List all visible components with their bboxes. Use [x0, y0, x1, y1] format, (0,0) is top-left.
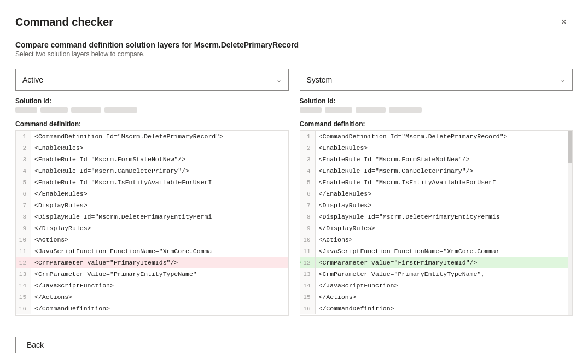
- subtitle-desc: Select two solution layers below to comp…: [15, 50, 573, 58]
- line-number: 10: [300, 234, 316, 245]
- left-solution-id-bar: [15, 107, 289, 113]
- table-row: 3 <EnableRule Id="Mscrm.FormStateNotNew"…: [16, 154, 288, 165]
- table-row: 7 <DisplayRules>: [16, 199, 288, 211]
- line-content: <EnableRule Id="Mscrm.CanDeletePrimary"/…: [316, 165, 573, 177]
- table-row: 2 <EnableRules>: [300, 142, 573, 154]
- subtitle: Compare command definition solution laye…: [15, 40, 573, 49]
- line-content: </CommandDefinition>: [31, 303, 288, 314]
- table-row: 6 </EnableRules>: [16, 188, 288, 199]
- solution-row: Solution Id: Solution Id:: [15, 97, 573, 113]
- solution-id-block: [15, 107, 37, 113]
- line-number: 15: [16, 291, 31, 303]
- table-row: +12 <CrmParameter Value="FirstPrimaryIte…: [300, 257, 573, 268]
- table-row: 15 </Actions>: [16, 291, 288, 303]
- diff-marker: +: [300, 259, 304, 267]
- left-code-block[interactable]: 1<CommandDefinition Id="Mscrm.DeletePrim…: [15, 130, 289, 316]
- line-content: </DisplayRules>: [316, 222, 573, 234]
- right-dropdown[interactable]: System ⌄: [300, 69, 573, 91]
- table-row: 5 <EnableRule Id="Mscrm.IsEntityAvailabl…: [16, 177, 288, 188]
- table-row: 16</CommandDefinition>: [16, 303, 288, 314]
- left-dropdown-wrap: Active ⌄: [15, 69, 289, 91]
- right-cmd-label: Command definition:: [300, 120, 573, 128]
- line-number: 2: [16, 142, 31, 154]
- left-dropdown[interactable]: Active ⌄: [15, 69, 289, 91]
- scrollbar-track[interactable]: [568, 131, 572, 315]
- line-content: </Actions>: [316, 291, 573, 303]
- table-row: 9 </DisplayRules>: [300, 222, 573, 234]
- line-number: 9: [16, 222, 31, 234]
- left-solution-label: Solution Id:: [15, 97, 289, 105]
- line-content: <CrmParameter Value="PrimaryEntityTypeNa…: [31, 268, 288, 280]
- back-button[interactable]: Back: [15, 337, 55, 353]
- line-content: <JavaScriptFunction FunctionName="XrmCor…: [316, 245, 573, 257]
- solution-id-block: [71, 107, 101, 113]
- right-code-block[interactable]: 1<CommandDefinition Id="Mscrm.DeletePrim…: [300, 130, 573, 316]
- table-row: 4 <EnableRule Id="Mscrm.CanDeletePrimary…: [16, 165, 288, 177]
- cmd-def-row: Command definition: 1<CommandDefinition …: [15, 120, 573, 324]
- line-content: </CommandDefinition>: [316, 303, 573, 314]
- solution-id-block: [40, 107, 68, 113]
- line-content: <Actions>: [31, 234, 288, 245]
- line-number: 3: [16, 154, 31, 165]
- line-content: <EnableRule Id="Mscrm.FormStateNotNew"/>: [31, 154, 288, 165]
- table-row: 1<CommandDefinition Id="Mscrm.DeletePrim…: [16, 131, 288, 142]
- line-content: <EnableRules>: [316, 142, 573, 154]
- line-content: <CommandDefinition Id="Mscrm.DeletePrima…: [316, 131, 573, 142]
- table-row: 1<CommandDefinition Id="Mscrm.DeletePrim…: [300, 131, 573, 142]
- table-row: -12 <CrmParameter Value="PrimaryItemIds"…: [16, 257, 288, 268]
- line-content: <EnableRule Id="Mscrm.FormStateNotNew"/>: [316, 154, 573, 165]
- line-number: 1: [16, 131, 31, 142]
- line-number: 9: [300, 222, 316, 234]
- left-dropdown-value: Active: [22, 75, 43, 84]
- line-content: <EnableRule Id="Mscrm.CanDeletePrimary"/…: [31, 165, 288, 177]
- table-row: 5 <EnableRule Id="Mscrm.IsEntityAvailabl…: [300, 177, 573, 188]
- table-row: 14 </JavaScriptFunction>: [300, 280, 573, 291]
- table-row: 4 <EnableRule Id="Mscrm.CanDeletePrimary…: [300, 165, 573, 177]
- line-number: 13: [16, 268, 31, 280]
- solution-id-block: [356, 107, 386, 113]
- line-content: </Actions>: [31, 291, 288, 303]
- line-number: 3: [300, 154, 316, 165]
- table-row: 13 <CrmParameter Value="PrimaryEntityTyp…: [16, 268, 288, 280]
- line-content: </DisplayRules>: [31, 222, 288, 234]
- right-solution-label: Solution Id:: [300, 97, 573, 105]
- line-content: <CommandDefinition Id="Mscrm.DeletePrima…: [31, 131, 288, 142]
- line-content: <Actions>: [316, 234, 573, 245]
- table-row: 15 </Actions>: [300, 291, 573, 303]
- table-row: 8 <DisplayRule Id="Mscrm.DeletePrimaryEn…: [300, 211, 573, 222]
- footer: Back: [15, 332, 573, 353]
- line-number: 6: [16, 188, 31, 199]
- left-solution-col: Solution Id:: [15, 97, 289, 113]
- right-solution-col: Solution Id:: [300, 97, 573, 113]
- line-number: 10: [16, 234, 31, 245]
- line-number: 16: [16, 303, 31, 314]
- line-number: 11: [300, 245, 316, 257]
- solution-id-block: [104, 107, 137, 113]
- table-row: 10 <Actions>: [300, 234, 573, 245]
- line-content: </JavaScriptFunction>: [316, 280, 573, 291]
- line-number: 16: [300, 303, 316, 314]
- line-content: <DisplayRule Id="Mscrm.DeletePrimaryEnti…: [31, 211, 288, 222]
- dropdowns-row: Active ⌄ System ⌄: [15, 69, 573, 91]
- right-dropdown-wrap: System ⌄: [300, 69, 573, 91]
- right-solution-id-bar: [300, 107, 573, 113]
- line-content: <DisplayRule Id="Mscrm.DeletePrimaryEnti…: [316, 211, 573, 222]
- line-number: -12: [16, 257, 31, 268]
- line-number: 14: [16, 280, 31, 291]
- table-row: 13 <CrmParameter Value="PrimaryEntityTyp…: [300, 268, 573, 280]
- close-button[interactable]: ×: [555, 13, 573, 31]
- line-number: 7: [300, 199, 316, 211]
- left-dropdown-chevron: ⌄: [276, 76, 282, 84]
- line-content: <CrmParameter Value="PrimaryEntityTypeNa…: [316, 268, 573, 280]
- solution-id-block: [389, 107, 422, 113]
- scrollbar-thumb[interactable]: [568, 131, 572, 163]
- table-row: 16</CommandDefinition>: [300, 303, 573, 314]
- table-row: 3 <EnableRule Id="Mscrm.FormStateNotNew"…: [300, 154, 573, 165]
- line-content: </EnableRules>: [316, 188, 573, 199]
- line-content: <EnableRule Id="Mscrm.IsEntityAvailableF…: [316, 177, 573, 188]
- table-row: 10 <Actions>: [16, 234, 288, 245]
- left-cmd-label: Command definition:: [15, 120, 289, 128]
- line-number: 8: [300, 211, 316, 222]
- line-content: <DisplayRules>: [31, 199, 288, 211]
- line-number: 13: [300, 268, 316, 280]
